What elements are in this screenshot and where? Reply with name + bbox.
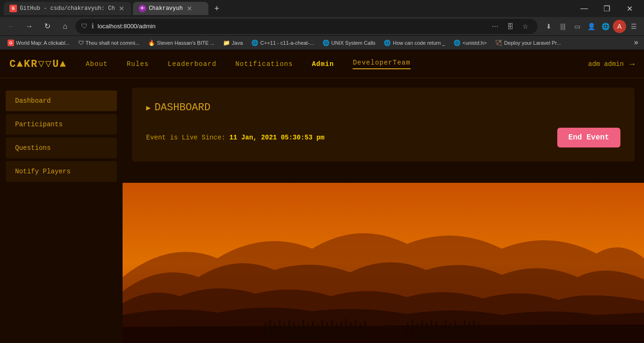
svg-rect-37 [307, 323, 309, 339]
bookmark-unix[interactable]: 🌐 UNIX System Calls [319, 39, 380, 47]
bookmark-icon-laravel: 🏹 [495, 40, 502, 46]
home-button[interactable]: ⌂ [58, 19, 73, 34]
page-layout: Dashboard Participants Questions Notify … [0, 78, 644, 343]
minimize-button[interactable]: — [573, 0, 595, 17]
sidebar-item-notify-players[interactable]: Notify Players [6, 161, 117, 182]
svg-rect-65 [478, 324, 479, 339]
svg-rect-5 [144, 332, 145, 339]
svg-rect-35 [298, 325, 299, 339]
sidebar-item-questions[interactable]: Questions [6, 138, 117, 158]
event-info: Event is Live Since: 11 Jan, 2021 05:30:… [146, 128, 620, 147]
svg-rect-12 [177, 327, 178, 339]
dashboard-title: DASHBOARD [146, 102, 620, 114]
info-icon: ℹ [91, 22, 94, 30]
sidebar-toggle-icon[interactable]: ▭ [570, 20, 584, 33]
bookmark-bite[interactable]: 🔥 Steven Hassan's BITE ... [144, 39, 218, 47]
bookmarks-icon[interactable]: ||| [556, 20, 570, 33]
dashboard-card: DASHBOARD Event is Live Since: 11 Jan, 2… [132, 88, 635, 162]
app: C▲KR▽▽U▲ About Rules Leaderboard Notific… [0, 50, 644, 343]
address-input-wrap[interactable]: 🛡 ℹ localhost:8000/admin ⋯ 🗄 ☆ [75, 19, 537, 34]
downloads-icon[interactable]: ⬇ [542, 20, 555, 33]
bookmark-label: C++11 - c11-a-cheat-... [260, 40, 314, 46]
sidebar-item-dashboard[interactable]: Dashboard [6, 90, 117, 111]
logout-icon[interactable]: → [629, 59, 635, 69]
navbar: C▲KR▽▽U▲ About Rules Leaderboard Notific… [0, 50, 644, 78]
event-live-text: Event is Live Since: 11 Jan, 2021 05:30:… [146, 134, 324, 141]
bookmark-icon-commit: 🛡 [78, 40, 84, 46]
tab-label: GitHub - csdu/chakravyuh: Ch [20, 5, 115, 12]
bookmark-code-return[interactable]: 🌐 How can code return _ [380, 39, 449, 47]
bookmark-unistd[interactable]: 🌐 <unistd.h> [450, 39, 490, 47]
svg-rect-60 [454, 321, 456, 339]
account-icon[interactable]: 👤 [585, 20, 598, 33]
bookmark-cpp[interactable]: 🌐 C++11 - c11-a-cheat-... [248, 39, 318, 47]
svg-rect-31 [279, 321, 281, 339]
svg-rect-0 [123, 183, 644, 343]
sync-icon[interactable]: 🌐 [599, 20, 612, 33]
nav-link-rules[interactable]: Rules [127, 60, 149, 68]
tab-github[interactable]: G GitHub - csdu/chakravyuh: Ch ✕ [4, 2, 131, 15]
back-button[interactable]: ← [4, 19, 19, 34]
svg-rect-16 [582, 327, 583, 339]
tab-favicon-active: 👁 [139, 5, 146, 12]
address-text: localhost:8000/admin [98, 23, 481, 30]
bookmarks-more-button[interactable]: » [632, 39, 640, 47]
bookmark-laravel[interactable]: 🏹 Deploy your Laravel Pr... [491, 39, 564, 47]
menu-icon[interactable]: ☰ [627, 20, 640, 33]
sidebar-item-participants[interactable]: Participants [6, 114, 117, 135]
bookmark-label: Java [232, 40, 243, 46]
bookmark-icon-world-map: G [8, 40, 14, 46]
svg-rect-46 [350, 323, 352, 339]
bookmark-world-map[interactable]: G World Map: A clickabl... [4, 39, 74, 47]
svg-rect-17 [587, 329, 588, 339]
bookmark-label: Thou shalt not commi... [86, 40, 140, 46]
bookmark-star-icon[interactable]: ☆ [519, 20, 532, 33]
address-actions: ⋯ 🗄 ☆ [488, 20, 532, 33]
svg-rect-49 [364, 321, 366, 339]
svg-rect-9 [163, 330, 164, 339]
logo: C▲KR▽▽U▲ [9, 57, 67, 70]
pocket-save-icon[interactable]: 🗄 [504, 20, 517, 33]
svg-rect-59 [450, 323, 451, 339]
nav-link-admin[interactable]: Admin [312, 60, 334, 68]
bookmark-commit[interactable]: 🛡 Thou shalt not commi... [74, 39, 143, 47]
new-tab-button[interactable]: + [210, 2, 223, 15]
nav-link-notifications[interactable]: Notifications [235, 60, 293, 68]
maximize-button[interactable]: ❐ [596, 0, 618, 17]
title-bar: G GitHub - csdu/chakravyuh: Ch ✕ 👁 Chakr… [0, 0, 644, 17]
tab-chakravyuh[interactable]: 👁 Chakravyuh ✕ [133, 2, 208, 15]
svg-rect-15 [578, 331, 578, 339]
tab-close-github[interactable]: ✕ [118, 5, 125, 12]
svg-rect-11 [173, 331, 173, 339]
svg-rect-20 [602, 328, 603, 339]
svg-rect-34 [293, 322, 295, 339]
forward-button[interactable]: → [22, 19, 37, 34]
svg-rect-19 [596, 330, 597, 339]
close-button[interactable]: ✕ [619, 0, 640, 17]
svg-rect-42 [331, 321, 332, 339]
bookmark-java[interactable]: 📁 Java [219, 39, 247, 47]
bookmark-label: <unistd.h> [462, 40, 487, 46]
main-content: DASHBOARD Event is Live Since: 11 Jan, 2… [123, 78, 644, 343]
nav-link-about[interactable]: About [86, 60, 108, 68]
svg-rect-13 [184, 330, 185, 339]
svg-rect-56 [436, 322, 437, 339]
end-event-button[interactable]: End Event [557, 128, 620, 147]
bookmark-label: UNIX System Calls [331, 40, 376, 46]
tab-favicon: G [9, 5, 17, 12]
adblocker-icon[interactable]: A [613, 20, 626, 33]
svg-rect-55 [431, 319, 432, 339]
nav-link-developerteam[interactable]: DeveloperTeam [353, 59, 410, 69]
svg-rect-7 [153, 329, 154, 339]
browser-actions: ⬇ ||| ▭ 👤 🌐 A ☰ [542, 20, 640, 33]
svg-rect-53 [421, 321, 422, 339]
refresh-button[interactable]: ↻ [40, 19, 55, 34]
nav-right: adm admin → [588, 59, 635, 69]
tab-close-chakravyuh[interactable]: ✕ [186, 5, 193, 12]
svg-rect-6 [149, 328, 149, 339]
svg-rect-30 [274, 324, 276, 339]
nav-link-leaderboard[interactable]: Leaderboard [168, 60, 216, 68]
tab-label-active: Chakravyuh [149, 5, 183, 12]
svg-rect-8 [158, 327, 159, 339]
pocket-icon[interactable]: ⋯ [488, 20, 502, 33]
